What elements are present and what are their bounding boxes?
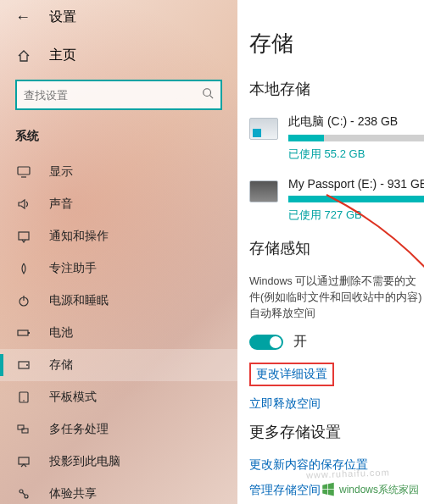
nav-item-shared[interactable]: 体验共享 xyxy=(0,478,237,504)
section-heading: 系统 xyxy=(0,125,237,156)
display-icon xyxy=(15,165,32,179)
drive-name: My Passport (E:) - 931 GB xyxy=(288,177,424,191)
watermark: windows系统家园 xyxy=(321,482,419,497)
storage-icon xyxy=(15,358,32,372)
notify-icon xyxy=(15,230,32,243)
usage-bar xyxy=(288,196,424,202)
search-input[interactable] xyxy=(24,89,202,102)
page-title: 存储 xyxy=(249,29,424,58)
local-storage-heading: 本地存储 xyxy=(249,79,424,99)
nav-item-tablet[interactable]: 平板模式 xyxy=(0,381,237,413)
nav-label: 专注助手 xyxy=(49,261,97,276)
nav-item-sound[interactable]: 声音 xyxy=(0,188,237,220)
nav-item-notify[interactable]: 通知和操作 xyxy=(0,220,237,252)
nav-item-focus[interactable]: 专注助手 xyxy=(0,252,237,285)
nav-label: 电池 xyxy=(49,325,73,341)
nav-item-multi[interactable]: 多任务处理 xyxy=(0,413,237,446)
drive-name: 此电脑 (C:) - 238 GB xyxy=(288,114,424,130)
svg-rect-15 xyxy=(19,457,29,464)
back-button[interactable]: ← xyxy=(15,8,31,26)
shared-icon xyxy=(15,487,32,501)
storage-sense-description: Windows 可以通过删除不需要的文件(例如临时文件和回收站中的内容)自动释放… xyxy=(249,274,424,321)
storage-sense-heading: 存储感知 xyxy=(249,238,424,258)
svg-point-16 xyxy=(20,490,23,493)
svg-point-12 xyxy=(23,400,25,402)
drive-icon xyxy=(249,180,278,202)
nav-label: 存储 xyxy=(49,357,73,373)
svg-rect-7 xyxy=(18,330,28,335)
multi-icon xyxy=(15,423,32,436)
svg-line-18 xyxy=(23,493,25,496)
nav-list: 显示声音通知和操作专注助手电源和睡眠电池存储平板模式多任务处理投影到此电脑体验共… xyxy=(0,156,237,504)
nav-label: 投影到此电脑 xyxy=(49,454,120,469)
focus-icon xyxy=(15,262,32,275)
nav-label: 电源和睡眠 xyxy=(49,293,109,308)
change-settings-link[interactable]: 更改详细设置 xyxy=(256,367,327,382)
sound-icon xyxy=(15,197,32,211)
drive-row[interactable]: 此电脑 (C:) - 238 GB已使用 55.2 GB xyxy=(249,114,424,162)
battery-icon xyxy=(15,326,32,340)
nav-label: 通知和操作 xyxy=(49,229,109,244)
settings-window: ← 设置 主页 系统 显示声音通知和操作专注助手电源和睡眠电池存储平板模式多任务… xyxy=(0,0,424,504)
main-pane: 存储 本地存储 此电脑 (C:) - 238 GB已使用 55.2 GBMy P… xyxy=(237,0,424,504)
nav-item-storage[interactable]: 存储 xyxy=(0,349,237,381)
sidebar: ← 设置 主页 系统 显示声音通知和操作专注助手电源和睡眠电池存储平板模式多任务… xyxy=(0,0,237,504)
project-icon xyxy=(15,455,32,468)
power-icon xyxy=(15,294,32,307)
storage-sense-toggle[interactable] xyxy=(249,335,283,350)
nav-label: 平板模式 xyxy=(49,390,97,405)
free-space-link[interactable]: 立即释放空间 xyxy=(249,396,424,412)
drive-used-label: 已使用 727 GB xyxy=(288,208,424,223)
home-nav[interactable]: 主页 xyxy=(0,42,237,80)
tablet-icon xyxy=(15,390,32,404)
more-storage-heading: 更多存储设置 xyxy=(249,422,424,442)
nav-label: 显示 xyxy=(49,164,73,180)
svg-point-0 xyxy=(204,89,211,97)
svg-point-10 xyxy=(26,364,28,366)
drive-row[interactable]: My Passport (E:) - 931 GB已使用 727 GB xyxy=(249,177,424,223)
search-icon xyxy=(202,87,214,102)
nav-item-power[interactable]: 电源和睡眠 xyxy=(0,285,237,317)
svg-rect-2 xyxy=(18,167,30,174)
svg-rect-8 xyxy=(28,332,30,334)
nav-label: 体验共享 xyxy=(49,486,97,501)
nav-item-battery[interactable]: 电池 xyxy=(0,317,237,349)
nav-item-display[interactable]: 显示 xyxy=(0,156,237,188)
nav-label: 声音 xyxy=(49,197,73,212)
toggle-label: 开 xyxy=(293,333,307,351)
home-icon xyxy=(15,49,32,63)
usage-bar xyxy=(288,135,424,141)
svg-point-17 xyxy=(25,495,28,498)
home-label: 主页 xyxy=(49,47,76,64)
nav-item-project[interactable]: 投影到此电脑 xyxy=(0,446,237,478)
drive-used-label: 已使用 55.2 GB xyxy=(288,147,424,162)
annotation-highlight: 更改详细设置 xyxy=(249,363,334,386)
svg-line-1 xyxy=(210,96,214,99)
nav-label: 多任务处理 xyxy=(49,422,109,437)
drive-icon xyxy=(249,118,278,140)
window-title: 设置 xyxy=(49,8,76,26)
svg-rect-4 xyxy=(19,232,29,240)
search-box[interactable] xyxy=(15,80,222,110)
